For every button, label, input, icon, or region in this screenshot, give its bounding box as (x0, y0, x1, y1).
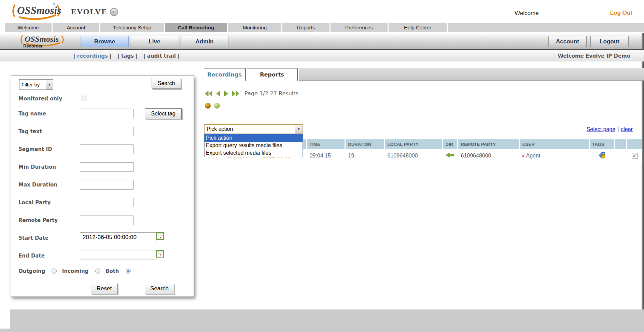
svg-text:OSSmosis: OSSmosis (25, 34, 59, 43)
ossmosis-logo: OSSmosis (10, 2, 68, 21)
svg-text:Recorder: Recorder (23, 43, 43, 49)
ossmosis-app: OSSmosis EVOLVE IP Welcome Log Out Welco… (0, 0, 644, 332)
col-extra (615, 139, 627, 149)
segment-id-input[interactable] (80, 144, 134, 154)
outgoing-radio[interactable] (52, 268, 57, 274)
last-page-icon[interactable] (232, 91, 239, 97)
nav-tab-account[interactable]: Account (53, 23, 99, 32)
end-date-label: End Date (18, 253, 45, 259)
remote-party-input[interactable] (80, 216, 134, 225)
filter-search-top-button[interactable]: Search (152, 78, 181, 89)
page-results-text: Page 1/2 27 Results (244, 90, 298, 97)
header-welcome-text: Welcome (515, 10, 539, 17)
both-label: Both (106, 268, 119, 274)
nav-tab-preferences[interactable]: Preferences (331, 23, 388, 32)
ip-badge-icon: IP (110, 8, 118, 16)
filter-panel: Filter by ▼ Search Monitored only Tag na… (11, 75, 194, 297)
selection-links-sep: | (617, 126, 619, 132)
clear-link[interactable]: clear (621, 126, 633, 132)
recorder-toolbar: OSSmosis Recorder Browse Live Admin Acco… (0, 33, 644, 49)
calendar-icon[interactable] (156, 250, 164, 258)
chevron-down-icon[interactable]: ▼ (46, 80, 53, 89)
col-time: TIME (306, 139, 345, 149)
evolve-text: EVOLVE (71, 8, 108, 16)
cell-duration: 19 (345, 149, 384, 162)
dropdown-option-pick-action[interactable]: Pick action (205, 134, 303, 142)
col-duration: DURATION (345, 139, 384, 149)
breadcrumb-sep: | (117, 53, 119, 59)
select-page-link[interactable]: Select page (587, 126, 616, 132)
tag-lock-icon[interactable] (598, 154, 606, 160)
breadcrumb-sep: | (143, 53, 145, 59)
max-duration-input[interactable] (80, 180, 134, 190)
min-duration-input[interactable] (80, 162, 134, 172)
calendar-icon[interactable] (156, 232, 164, 240)
filter-by-select[interactable]: Filter by ▼ (19, 79, 53, 90)
filter-search-bottom-button[interactable]: Search (145, 283, 174, 294)
nav-tab-help-center[interactable]: Help Center (389, 23, 447, 32)
pick-action-select[interactable]: Pick action ▼ (204, 124, 303, 134)
tag-name-label: Tag name (18, 111, 46, 117)
cell-local-party: 6109648000 (384, 149, 442, 162)
recorder-tab-admin[interactable]: Admin (181, 36, 228, 47)
recorder-tab-live[interactable]: Live (131, 36, 178, 47)
recorder-logo-swoosh-icon: OSSmosis Recorder (18, 33, 78, 49)
dropdown-option-export-selected[interactable]: Export selected media files (205, 149, 303, 157)
local-party-label: Local Party (18, 199, 51, 206)
recorder-tab-browse[interactable]: Browse (81, 36, 129, 47)
start-date-input[interactable] (80, 232, 156, 242)
nav-tab-reports[interactable]: Reports (282, 23, 330, 32)
tab-reports[interactable]: Reports (247, 68, 298, 81)
select-tag-button[interactable]: Select tag (145, 108, 182, 119)
tab-recordings[interactable]: Recordings (204, 68, 246, 81)
nav-tab-call-recording[interactable]: Call Recording (165, 23, 227, 32)
both-radio[interactable] (126, 268, 131, 274)
reset-button[interactable]: Reset (91, 283, 117, 294)
account-button[interactable]: Account (548, 36, 587, 47)
monitored-only-checkbox[interactable] (82, 96, 87, 101)
pagination: Page 1/2 27 Results (205, 90, 298, 97)
col-dir: DIR (442, 139, 458, 149)
dropdown-option-export-query-results[interactable]: Export query results media files (205, 142, 303, 149)
footer-bottom-band (0, 329, 644, 332)
tag-text-input[interactable] (80, 127, 134, 136)
legend-orange-dot-icon (205, 103, 211, 109)
incoming-radio[interactable] (95, 268, 100, 274)
tag-name-input[interactable] (80, 109, 134, 118)
breadcrumb-item-audit-trail[interactable]: audit trail (147, 53, 176, 59)
row-select-checkbox[interactable] (632, 153, 638, 159)
log-out-link[interactable]: Log Out (610, 10, 632, 16)
breadcrumb-bar: |recordings||tags||audit trail| Welcome … (0, 49, 644, 61)
welcome-user-text: Welcome Evolve IP Demo (558, 53, 630, 59)
start-date-label: Start Date (18, 235, 48, 241)
breadcrumb-sep: | (136, 53, 137, 59)
cell-time: 09:04:15 (306, 149, 345, 162)
col-local-party: LOCAL PARTY (384, 139, 442, 149)
prev-page-icon[interactable] (216, 91, 221, 97)
direction-radio-row: Outgoing Incoming Both (18, 268, 131, 274)
direction-incoming-arrow-icon (446, 153, 454, 159)
breadcrumb-sep: | (73, 53, 75, 59)
local-party-input[interactable] (80, 198, 134, 207)
ossmosis-logo-swoosh-icon: OSSmosis (10, 2, 68, 20)
chevron-down-icon[interactable]: ▼ (295, 125, 303, 134)
breadcrumb-item-tags[interactable]: tags (121, 53, 134, 59)
col-tags: TAGS (589, 139, 615, 149)
outgoing-label: Outgoing (18, 268, 45, 274)
next-page-icon[interactable] (224, 91, 228, 97)
nav-tab-monitoring[interactable]: Monitoring (228, 23, 281, 32)
col-user: USER (519, 139, 589, 149)
logout-button[interactable]: Logout (590, 36, 629, 47)
breadcrumb-item-recordings[interactable]: recordings (77, 53, 108, 59)
col-remote-party: REMOTE PARTY (458, 139, 519, 149)
nav-tab-welcome[interactable]: Welcome (5, 23, 52, 32)
end-date-input[interactable] (80, 250, 156, 260)
max-duration-label: Max Duration (18, 182, 57, 188)
top-header: OSSmosis EVOLVE IP Welcome Log Out (0, 0, 644, 21)
breadcrumb-sep: | (110, 53, 111, 59)
nav-tab-telephony-setup[interactable]: Telephony Setup (100, 23, 164, 32)
first-page-icon[interactable] (205, 91, 213, 97)
cell-remote-party: 6109648000 (458, 149, 519, 162)
user-status-dot (522, 155, 524, 157)
breadcrumb-sep: | (178, 53, 179, 59)
